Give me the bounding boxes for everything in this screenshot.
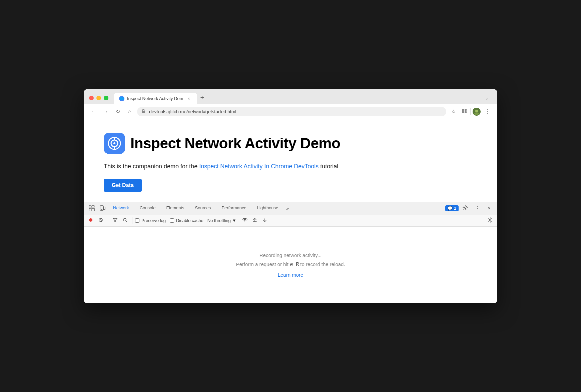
description-prefix: This is the companion demo for the <box>104 163 199 170</box>
avatar <box>473 108 481 116</box>
learn-more-link[interactable]: Learn more <box>278 272 304 278</box>
description-suffix: tutorial. <box>319 163 340 170</box>
svg-point-25 <box>244 222 245 222</box>
more-options-button[interactable]: ⋮ <box>483 107 492 116</box>
extensions-button[interactable] <box>460 107 469 116</box>
tab-area: 🌐 Inspect Network Activity Dem × + ⌄ <box>114 93 492 104</box>
browser-window: 🌐 Inspect Network Activity Dem × + ⌄ ← →… <box>84 89 497 303</box>
svg-rect-14 <box>92 206 94 208</box>
wifi-icon <box>242 218 247 223</box>
svg-point-6 <box>474 112 479 115</box>
url-container <box>137 107 446 116</box>
throttle-dropdown[interactable]: No throttling ▼ <box>205 217 239 224</box>
filter-icon <box>113 218 117 223</box>
svg-rect-2 <box>465 109 467 111</box>
devtools-close-button[interactable]: × <box>484 202 495 215</box>
tab-sources[interactable]: Sources <box>190 202 216 214</box>
hint-kbd: ⌘ R <box>290 261 299 267</box>
preserve-log-checkbox[interactable]: Preserve log <box>135 218 166 223</box>
network-toolbar: Preserve log Disable cache No throttling… <box>84 215 497 227</box>
wifi-button[interactable] <box>240 216 249 225</box>
hint-suffix: to record the reload. <box>299 261 345 267</box>
bookmark-button[interactable]: ☆ <box>449 107 458 116</box>
network-body: Recording network activity... Perform a … <box>84 227 497 303</box>
console-badge-count: 1 <box>454 206 456 211</box>
svg-point-5 <box>475 110 478 112</box>
record-button[interactable] <box>86 216 95 225</box>
svg-line-24 <box>126 221 127 222</box>
cancel-icon <box>98 218 103 223</box>
devtools-more-button[interactable]: ⋮ <box>472 202 483 215</box>
separator <box>470 108 471 115</box>
throttle-label: No throttling <box>207 218 231 223</box>
extensions-icon <box>461 108 467 115</box>
page-content: Inspect Network Activity Demo This is th… <box>84 119 497 202</box>
svg-rect-1 <box>462 109 464 111</box>
toolbar-separator-2 <box>132 217 132 224</box>
svg-rect-13 <box>89 208 91 211</box>
download-icon <box>262 218 267 223</box>
network-settings-button[interactable] <box>486 216 495 225</box>
forward-icon: → <box>103 109 108 115</box>
tab-expand-button[interactable]: ⌄ <box>482 93 492 103</box>
hint-text: Perform a request or hit ⌘ R to record t… <box>236 261 345 267</box>
lock-icon <box>141 109 146 114</box>
preserve-log-input[interactable] <box>135 218 139 223</box>
title-bar: 🌐 Inspect Network Activity Dem × + ⌄ <box>84 89 497 104</box>
address-bar: ← → ↻ ⌂ ☆ <box>84 104 497 119</box>
reload-icon: ↻ <box>116 108 120 115</box>
tab-close-button[interactable]: × <box>186 96 192 102</box>
page-header: Inspect Network Activity Demo <box>104 133 477 154</box>
cursor-tool-button[interactable] <box>86 202 97 215</box>
console-badge-icon: 💬 <box>448 206 453 211</box>
preserve-log-label: Preserve log <box>141 218 166 223</box>
minimize-button[interactable] <box>96 96 101 100</box>
devtools-panel: Network Console Elements Sources Perform… <box>84 202 497 303</box>
search-icon <box>123 218 127 223</box>
disable-cache-checkbox[interactable]: Disable cache <box>170 218 203 223</box>
new-tab-button[interactable]: + <box>197 93 207 103</box>
tab-performance[interactable]: Performance <box>216 202 251 214</box>
page-logo <box>104 133 125 154</box>
download-button[interactable] <box>260 216 269 225</box>
tab-lighthouse[interactable]: Lighthouse <box>252 202 284 214</box>
tab-favicon-icon: 🌐 <box>119 96 124 101</box>
reload-button[interactable]: ↻ <box>113 107 122 116</box>
svg-point-9 <box>113 142 115 144</box>
back-button[interactable]: ← <box>89 107 98 116</box>
more-tabs-button[interactable]: » <box>283 202 292 214</box>
disable-cache-input[interactable] <box>170 218 174 223</box>
clear-button[interactable] <box>96 216 105 225</box>
record-icon <box>88 218 93 223</box>
glitch-logo-icon <box>107 136 122 151</box>
profile-button[interactable] <box>472 107 481 116</box>
devtools-settings-button[interactable] <box>460 202 471 215</box>
settings-icon <box>463 205 468 212</box>
maximize-button[interactable] <box>104 96 108 100</box>
forward-button[interactable]: → <box>101 107 110 116</box>
upload-icon <box>252 218 257 223</box>
svg-rect-17 <box>103 207 105 210</box>
throttle-arrow-icon: ▼ <box>232 218 236 223</box>
svg-rect-0 <box>142 111 145 113</box>
toolbar-right <box>486 216 495 225</box>
svg-marker-22 <box>113 218 117 222</box>
tab-network[interactable]: Network <box>108 202 134 214</box>
description-link[interactable]: Inspect Network Activity In Chrome DevTo… <box>199 163 319 170</box>
url-input[interactable] <box>137 107 446 116</box>
upload-button[interactable] <box>250 216 259 225</box>
disable-cache-label: Disable cache <box>176 218 203 223</box>
close-button[interactable] <box>89 96 94 100</box>
get-data-button[interactable]: Get Data <box>104 179 142 192</box>
home-icon: ⌂ <box>128 109 131 115</box>
network-settings-icon <box>488 217 493 224</box>
device-mode-button[interactable] <box>97 202 108 215</box>
filter-button[interactable] <box>111 216 119 225</box>
cursor-tool-icon <box>89 205 95 211</box>
search-button[interactable] <box>121 216 129 225</box>
tab-elements[interactable]: Elements <box>161 202 189 214</box>
page-title: Inspect Network Activity Demo <box>130 135 340 152</box>
home-button[interactable]: ⌂ <box>125 107 134 116</box>
active-tab[interactable]: 🌐 Inspect Network Activity Dem × <box>114 93 197 104</box>
tab-console[interactable]: Console <box>134 202 161 214</box>
